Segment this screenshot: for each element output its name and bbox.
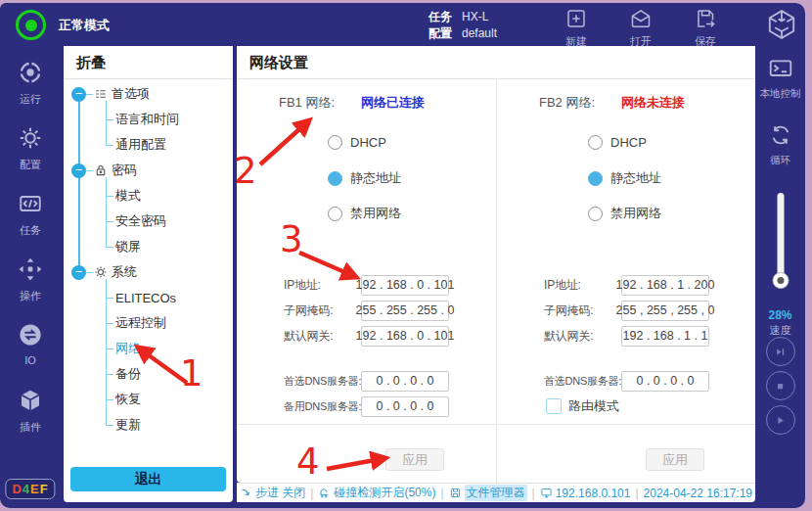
tree-node-password[interactable]: –密码 [64,158,233,183]
sidebar-item-run[interactable]: 运行 [0,60,61,105]
status-led-icon [16,10,46,40]
toolbar: 新建打开保存 [551,7,731,49]
statusbar-separator: | [310,487,313,500]
fb1-dns2-input[interactable]: 0 . 0 . 0 . 0 [361,396,449,417]
sidebar-item-operate[interactable]: 操作 [0,256,61,302]
fb1-network-status: 网络已连接 [361,94,425,112]
tree-item-language-time[interactable]: 语言和时间 [106,107,233,132]
tree-connector [86,170,93,171]
tree-node-system[interactable]: –系统 [64,259,233,285]
tree-group-system: –系统ELITECOs远程控制网络备份恢复更新 [64,259,233,438]
tree-children-preferences: 语言和时间通用配置 [106,107,233,158]
fb1-apply-button[interactable]: 应用 [385,448,444,471]
speed-percentage: 28% [755,308,805,322]
tree-connector [86,94,93,95]
lock-icon [94,163,108,177]
tree-children-system: ELITECOs远程控制网络备份恢复更新 [106,285,233,438]
statusbar-separator: | [532,487,535,500]
tree-group-preferences: –首选项语言和时间通用配置 [64,81,233,158]
stop-button[interactable] [766,371,795,400]
collapse-toggle-icon[interactable]: – [71,265,86,280]
fb1-radio-dhcp[interactable]: DHCP [328,132,386,152]
statusbar-file-manager[interactable]: 文件管理器 [449,485,527,501]
tree-node-label: 首选项 [112,85,150,103]
play-button[interactable] [766,405,795,435]
step-forward-button[interactable] [766,337,795,366]
toolbar-new-button[interactable]: 新建 [551,7,602,49]
checkbox-label: 路由模式 [568,397,619,415]
field-label: IP地址: [544,277,621,294]
statusbar-step[interactable]: 步进 关闭 [240,485,305,501]
tree-panel-header[interactable]: 折叠 [64,46,233,79]
sidebar-item-io[interactable]: IO [0,322,61,367]
list-icon [94,87,108,101]
fb2-radio-static[interactable]: 静态地址 [588,168,661,188]
toolbar-open-button[interactable]: 打开 [615,7,666,49]
fb1-ip-input[interactable]: 192 . 168 . 0 . 101 [361,275,449,296]
statusbar-collision[interactable]: 碰撞检测开启(50%) [318,485,435,501]
radio-label: 禁用网络 [610,205,661,222]
fb2-field-mask: 子网掩码:255 , 255 , 255 , 0 [544,300,709,321]
sidebar-item-plugin[interactable]: 插件 [0,388,61,433]
exit-button[interactable]: 退出 [70,467,226,491]
sidebar-item-label: 任务 [20,223,41,238]
statusbar-ip[interactable]: 192.168.0.101 [540,487,631,500]
step-arrow-icon [240,487,252,499]
fb2-field-dns1: 首选DNS服务器:0 . 0 . 0 . 0 [544,370,709,392]
settings-tree-panel: 折叠 –首选项语言和时间通用配置–密码模式安全密码锁屏–系统ELITECOs远程… [64,46,233,502]
fb2-gateway-input[interactable]: 192 . 168 . 1 . 1 [621,326,709,347]
tree-item-backup[interactable]: 备份 [106,361,233,387]
section-divider [497,424,755,425]
sidebar-item-label: 操作 [20,289,41,303]
fb2-radio-dhcp[interactable]: DHCP [588,132,647,152]
radio-dot-icon [588,207,603,221]
radio-label: DHCP [350,135,386,150]
tree-item-network[interactable]: 网络 [106,336,233,361]
body: 运行配置任务操作IO插件D4EF 折叠 –首选项语言和时间通用配置–密码模式安全… [0,46,805,508]
tree-item-safety-password[interactable]: 安全密码 [106,209,233,234]
section-divider [237,424,496,425]
fb1-network-label: FB1 网络: [279,94,335,112]
tree-item-lock-screen[interactable]: 锁屏 [106,234,233,259]
fb1-gateway-input[interactable]: 192 . 168 . 0 . 101 [361,326,449,347]
sidebar-item-config[interactable]: 配置 [0,125,61,170]
mode-indicator: 正常模式 [16,10,110,40]
config-value: default [462,25,497,42]
sidebar-item-task[interactable]: 任务 [0,191,61,236]
tree-item-elitecos[interactable]: ELITECOs [106,285,233,310]
fb1-radio-static[interactable]: 静态地址 [328,168,401,188]
collapse-toggle-icon[interactable]: – [71,87,86,102]
fb2-router-mode-checkbox[interactable]: 路由模式 [546,396,619,416]
fb2-mask-input[interactable]: 255 , 255 , 255 , 0 [621,301,709,321]
tree-item-remote-control[interactable]: 远程控制 [106,310,233,336]
fb2-dns1-input[interactable]: 0 . 0 . 0 . 0 [621,371,709,392]
fb1-radio-disable[interactable]: 禁用网络 [328,204,401,223]
tree-item-general-config[interactable]: 通用配置 [106,132,233,158]
speed-slider-handle[interactable] [772,272,789,289]
speed-label: 速度 [755,323,805,338]
collapse-toggle-icon[interactable]: – [71,163,86,178]
app-window: 正常模式 任务 HX-L 配置 default 新建打开保存 运行配置任务操作I… [0,3,805,508]
fb2-radio-disable[interactable]: 禁用网络 [588,204,661,223]
tree-item-restore[interactable]: 恢复 [106,387,233,412]
tree-item-mode[interactable]: 模式 [106,183,233,209]
local-control-button[interactable]: 本地控制 [755,56,805,101]
fb2-field-ip: IP地址:192 . 168 . 1 . 200 [544,274,709,296]
statusbar-step-text: 步进 关闭 [255,485,305,501]
status-bar: 步进 关闭|碰撞检测开启(50%)|文件管理器|192.168.0.101|20… [237,483,755,502]
statusbar-separator: | [635,487,638,500]
tree-item-update[interactable]: 更新 [106,412,233,438]
statusbar-datetime[interactable]: 2024-04-22 16:17:19 [644,487,752,500]
fb1-field-dns1: 首选DNS服务器:0 . 0 . 0 . 0 [284,370,449,392]
fb1-dns1-input[interactable]: 0 . 0 . 0 . 0 [361,371,449,392]
fb2-apply-button[interactable]: 应用 [646,448,704,471]
fb1-mask-input[interactable]: 255 . 255 . 255 . 0 [361,301,449,321]
toolbar-save-button[interactable]: 保存 [680,7,731,49]
loop-button[interactable]: 循环 [755,122,805,167]
tree-node-preferences[interactable]: –首选项 [64,81,233,107]
radio-dot-icon [328,207,342,221]
radio-dot-icon [328,171,342,186]
mode-label: 正常模式 [59,17,110,34]
tree-connector [86,272,93,273]
fb2-ip-input[interactable]: 192 . 168 . 1 . 200 [621,275,709,296]
